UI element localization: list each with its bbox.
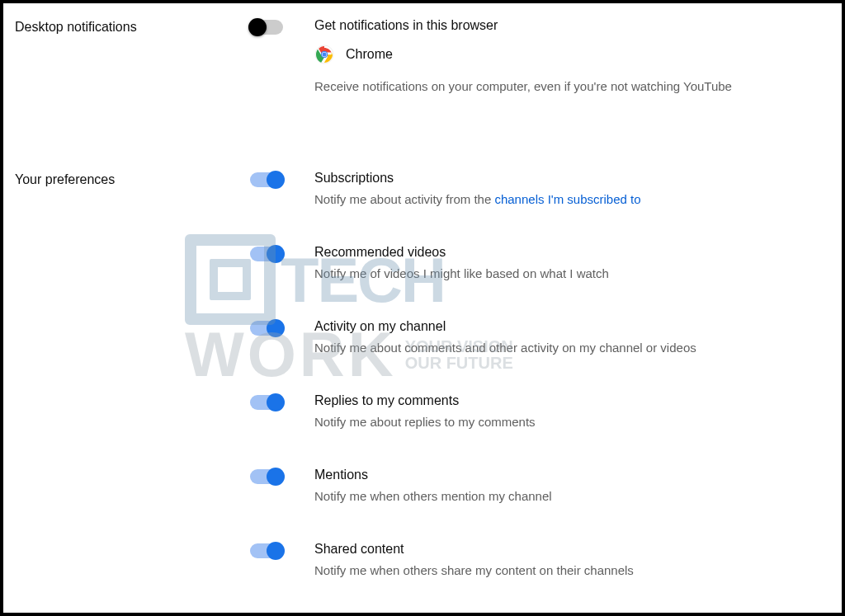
row-title: Shared content xyxy=(314,542,830,557)
toggle-recommended-videos[interactable] xyxy=(250,247,283,261)
toggle-knob xyxy=(267,319,285,337)
row-mentions: Mentions Notify me when others mention m… xyxy=(250,468,830,505)
row-desc: Notify me about comments and other activ… xyxy=(314,339,830,356)
row-title: Activity on my channel xyxy=(314,319,830,334)
toggle-activity-channel[interactable] xyxy=(250,321,283,336)
row-title: Recommended videos xyxy=(314,245,830,260)
row-body: Replies to my comments Notify me about r… xyxy=(314,393,830,430)
row-activity-channel: Activity on my channel Notify me about c… xyxy=(250,319,830,356)
toggle-knob xyxy=(267,393,285,411)
row-recommended-videos: Recommended videos Notify me of videos I… xyxy=(250,245,830,282)
channels-subscribed-link[interactable]: channels I'm subscribed to xyxy=(494,192,640,206)
chrome-icon xyxy=(314,45,334,64)
row-title-browser: Get notifications in this browser xyxy=(314,18,830,33)
row-desc: Notify me about replies to my comments xyxy=(314,413,830,430)
browser-name: Chrome xyxy=(346,47,393,62)
row-subscriptions: Subscriptions Notify me about activity f… xyxy=(250,171,830,208)
row-body: Get notifications in this browser xyxy=(314,18,830,95)
desc-text: Notify me about activity from the xyxy=(314,192,494,206)
row-desc: Notify me about activity from the channe… xyxy=(314,190,830,208)
section-your-preferences: Your preferences Subscriptions Notify me… xyxy=(15,171,830,579)
row-body: Shared content Notify me when others sha… xyxy=(314,542,830,579)
section-label-prefs: Your preferences xyxy=(15,171,250,187)
toggle-browser-notifications[interactable] xyxy=(250,20,283,35)
toggle-knob xyxy=(248,18,267,36)
row-desc: Notify me of videos I might like based o… xyxy=(314,265,830,282)
toggle-knob xyxy=(267,245,285,263)
row-desc: Notify me when others mention my channel xyxy=(314,487,830,505)
row-body: Mentions Notify me when others mention m… xyxy=(314,468,830,505)
browser-line: Chrome xyxy=(314,45,830,64)
row-shared-content: Shared content Notify me when others sha… xyxy=(250,542,830,579)
svg-point-3 xyxy=(323,53,327,57)
row-desc: Notify me when others share my content o… xyxy=(314,562,830,579)
row-title: Mentions xyxy=(314,468,830,482)
section-content-prefs: Subscriptions Notify me about activity f… xyxy=(250,171,830,579)
section-label-desktop: Desktop notifications xyxy=(15,18,250,35)
toggle-knob xyxy=(267,171,285,189)
settings-panel: Desktop notifications Get notifications … xyxy=(0,0,845,616)
row-title: Subscriptions xyxy=(314,171,830,186)
row-replies-comments: Replies to my comments Notify me about r… xyxy=(250,393,830,430)
toggle-mentions[interactable] xyxy=(250,469,283,484)
toggle-knob xyxy=(267,468,285,486)
toggle-knob xyxy=(267,542,285,560)
toggle-subscriptions[interactable] xyxy=(250,172,283,187)
row-body: Subscriptions Notify me about activity f… xyxy=(314,171,830,208)
row-body: Activity on my channel Notify me about c… xyxy=(314,319,830,356)
toggle-replies-comments[interactable] xyxy=(250,395,283,410)
row-desc-browser: Receive notifications on your computer, … xyxy=(314,78,830,95)
section-content-desktop: Get notifications in this browser xyxy=(250,18,830,95)
row-browser-notifications: Get notifications in this browser xyxy=(250,18,830,95)
row-body: Recommended videos Notify me of videos I… xyxy=(314,245,830,282)
row-title: Replies to my comments xyxy=(314,393,830,408)
toggle-shared-content[interactable] xyxy=(250,543,283,558)
section-desktop-notifications: Desktop notifications Get notifications … xyxy=(15,18,830,95)
